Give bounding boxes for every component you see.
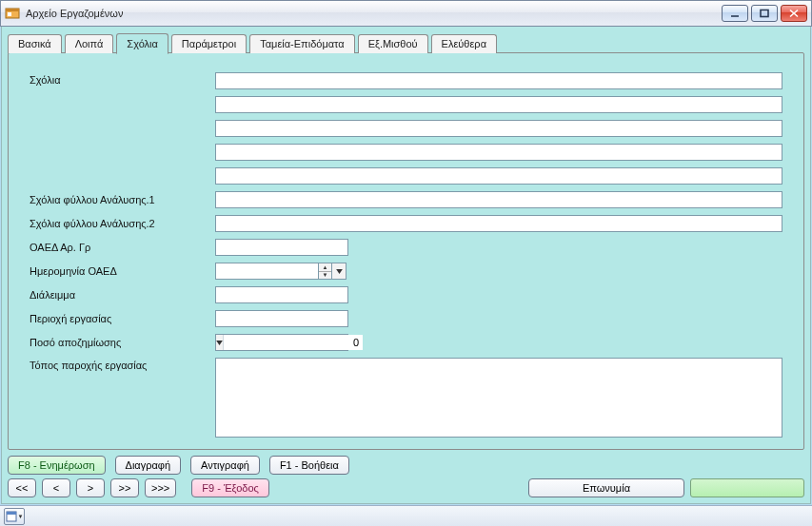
sxolia-input-5[interactable] xyxy=(215,167,782,185)
label-sxoliafa2: Σχόλια φύλλου Ανάλυσης.2 xyxy=(30,218,206,229)
chevron-down-icon: ▼ xyxy=(18,514,24,519)
svg-marker-7 xyxy=(336,269,343,274)
button-label: F8 - Ενημέρωση xyxy=(18,459,95,471)
hmoaed-input[interactable] xyxy=(215,263,318,280)
form: Σχόλια Σχόλια φύλλου Ανάλυσης.1 Σχόλια φ… xyxy=(30,72,782,438)
chevron-down-icon xyxy=(336,269,343,274)
svg-rect-1 xyxy=(6,9,19,11)
app-icon xyxy=(5,6,20,21)
status-bar: ▼ xyxy=(0,505,812,526)
delete-button[interactable]: Διαγραφή xyxy=(115,456,182,475)
svg-rect-4 xyxy=(761,10,768,17)
client-area: Βασικά Λοιπά Σχόλια Παράμετροι Ταμεία-Επ… xyxy=(1,27,811,504)
copy-button[interactable]: Αντιγραφή xyxy=(190,456,260,475)
label-perioxi: Περιοχή εργασίας xyxy=(30,313,206,324)
nav-prev-button[interactable]: < xyxy=(42,478,70,497)
nav-first-button[interactable]: << xyxy=(8,478,36,497)
chevron-down-icon xyxy=(216,341,223,345)
tab-label: Εξ.Μισθού xyxy=(368,38,418,49)
tab-sxolia[interactable]: Σχόλια xyxy=(116,33,168,54)
oaedargr-input[interactable] xyxy=(215,239,348,256)
date-spinner[interactable]: ▲ ▼ xyxy=(318,263,331,280)
label-poso: Ποσό αποζημίωσης xyxy=(30,337,206,348)
poso-wrap xyxy=(215,334,782,351)
close-button[interactable] xyxy=(781,5,807,22)
sxolia-input-1[interactable] xyxy=(215,72,782,89)
maximize-button[interactable] xyxy=(751,5,778,22)
svg-rect-10 xyxy=(7,512,16,515)
oaedargr-wrap xyxy=(215,239,782,256)
nav-last-button[interactable]: >> xyxy=(110,478,139,497)
minimize-button[interactable] xyxy=(722,5,748,22)
perioxi-wrap xyxy=(215,310,782,327)
poso-input[interactable] xyxy=(224,335,363,350)
label-oaedargr: ΟΑΕΔ Αρ. Γρ xyxy=(30,242,206,253)
tab-label: Ταμεία-Επιδόματα xyxy=(260,38,344,49)
label-hmoaed: Ημερομηνία ΟΑΕΔ xyxy=(30,265,206,277)
status-dropdown[interactable]: ▼ xyxy=(4,508,25,525)
action-row-1: F8 - Ενημέρωση Διαγραφή Αντιγραφή F1 - Β… xyxy=(8,456,804,475)
f9-exit-button[interactable]: F9 - Έξοδος xyxy=(191,478,269,497)
window-title: Αρχείο Εργαζομένων xyxy=(26,8,719,19)
tab-tameia[interactable]: Ταμεία-Επιδόματα xyxy=(249,34,354,53)
spinner-up-icon: ▲ xyxy=(319,263,331,272)
button-label: > xyxy=(88,482,93,494)
label-sxolia: Σχόλια xyxy=(30,72,206,86)
sxolia-lines xyxy=(215,72,782,185)
tab-label: Βασικά xyxy=(18,38,51,49)
amount-dropdown[interactable] xyxy=(216,335,224,350)
button-label: >> xyxy=(119,482,131,494)
tab-label: Λοιπά xyxy=(75,38,104,49)
window-icon xyxy=(6,511,17,522)
sxolia-input-3[interactable] xyxy=(215,120,782,137)
tab-strip: Βασικά Λοιπά Σχόλια Παράμετροι Ταμεία-Επ… xyxy=(8,32,804,53)
topos-textarea[interactable] xyxy=(215,358,782,438)
tab-label: Ελεύθερα xyxy=(442,38,486,49)
title-bar: Αρχείο Εργαζομένων xyxy=(0,0,812,27)
button-label: Επωνυμία xyxy=(583,482,630,494)
tab-parametroi[interactable]: Παράμετροι xyxy=(171,34,247,53)
button-label: << xyxy=(16,482,29,494)
tab-label: Σχόλια xyxy=(127,38,158,49)
dialeimma-wrap xyxy=(215,286,782,303)
action-row-2: << < > >> >>> F9 - Έξοδος Επωνυμία xyxy=(8,478,804,497)
eponymia-display xyxy=(690,478,804,497)
button-label: F9 - Έξοδος xyxy=(202,482,259,494)
perioxi-input[interactable] xyxy=(215,310,348,327)
svg-rect-2 xyxy=(8,12,11,16)
spinner-down-icon: ▼ xyxy=(319,272,331,280)
f8-update-button[interactable]: F8 - Ενημέρωση xyxy=(8,456,106,475)
tab-basika[interactable]: Βασικά xyxy=(8,34,62,53)
date-dropdown[interactable] xyxy=(331,263,347,280)
label-topos: Τόπος παροχής εργασίας xyxy=(30,358,206,371)
sxolia-input-4[interactable] xyxy=(215,144,782,161)
svg-marker-8 xyxy=(216,341,223,345)
eponymia-button[interactable]: Επωνυμία xyxy=(528,478,684,497)
label-sxoliafa1: Σχόλια φύλλου Ανάλυσης.1 xyxy=(30,194,206,205)
sxoliafa2-input[interactable] xyxy=(215,215,782,232)
button-label: < xyxy=(53,482,59,494)
button-label: Διαγραφή xyxy=(126,459,171,471)
button-label: F1 - Βοήθεια xyxy=(280,459,339,471)
hmoaed-wrap: ▲ ▼ xyxy=(215,263,782,280)
tab-exmisthou[interactable]: Εξ.Μισθού xyxy=(358,34,428,53)
label-dialeimma: Διάλειμμα xyxy=(30,289,206,301)
button-label: Αντιγραφή xyxy=(201,459,249,471)
dialeimma-input[interactable] xyxy=(215,286,348,303)
sxoliafa1-input[interactable] xyxy=(215,191,782,208)
f1-help-button[interactable]: F1 - Βοήθεια xyxy=(269,456,349,475)
sxolia-input-2[interactable] xyxy=(215,96,782,113)
tab-label: Παράμετροι xyxy=(182,38,236,49)
button-label: >>> xyxy=(151,482,169,494)
tab-panel-sxolia: Σχόλια Σχόλια φύλλου Ανάλυσης.1 Σχόλια φ… xyxy=(8,52,804,450)
nav-last-plus-button[interactable]: >>> xyxy=(145,478,176,497)
tab-eleuthera[interactable]: Ελεύθερα xyxy=(431,34,497,53)
tab-loipa[interactable]: Λοιπά xyxy=(65,34,114,53)
nav-next-button[interactable]: > xyxy=(76,478,105,497)
